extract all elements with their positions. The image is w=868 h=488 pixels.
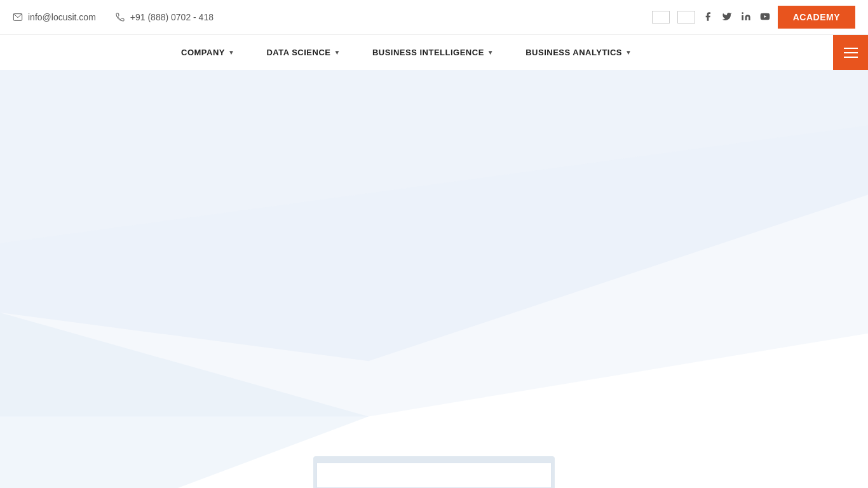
nav-item-business-intelligence[interactable]: BUSINESS INTELLIGENCE ▼ — [356, 35, 510, 70]
ba-chevron-icon: ▼ — [625, 49, 632, 56]
nav-data-science-label: DATA SCIENCE — [266, 48, 330, 57]
hamburger-line-2 — [844, 52, 858, 53]
email-text: info@locusit.com — [28, 12, 96, 22]
bottom-card-inner — [316, 463, 552, 488]
hamburger-line-1 — [844, 48, 858, 49]
email-icon — [13, 12, 23, 22]
linkedin-icon[interactable] — [741, 11, 751, 24]
lang-btn-2[interactable] — [677, 11, 695, 24]
hamburger-line-3 — [844, 57, 858, 58]
top-bar: info@locusit.com +91 (888) 0702 - 418 — [0, 0, 868, 35]
hero-section — [0, 70, 868, 488]
email-contact: info@locusit.com — [13, 12, 96, 22]
bottom-card — [313, 456, 555, 488]
nav-item-business-analytics[interactable]: BUSINESS ANALYTICS ▼ — [510, 35, 648, 70]
nav-item-company[interactable]: COMPANY ▼ — [165, 35, 250, 70]
navbar: COMPANY ▼ DATA SCIENCE ▼ BUSINESS INTELL… — [0, 35, 868, 70]
academy-button[interactable]: ACADEMY — [778, 6, 855, 29]
data-science-chevron-icon: ▼ — [334, 49, 341, 56]
bi-chevron-icon: ▼ — [487, 49, 494, 56]
nav-ba-label: BUSINESS ANALYTICS — [526, 48, 622, 57]
lang-btn-1[interactable] — [652, 11, 670, 24]
twitter-icon[interactable] — [722, 11, 732, 24]
nav-item-data-science[interactable]: DATA SCIENCE ▼ — [250, 35, 356, 70]
phone-icon — [115, 12, 125, 22]
hamburger-button[interactable] — [833, 35, 868, 70]
nav-links: COMPANY ▼ DATA SCIENCE ▼ BUSINESS INTELL… — [165, 35, 648, 70]
nav-company-label: COMPANY — [181, 48, 225, 57]
svg-point-1 — [742, 12, 743, 14]
company-chevron-icon: ▼ — [228, 49, 234, 56]
top-bar-right: ACADEMY — [652, 6, 855, 29]
diagonal-background — [0, 70, 868, 488]
facebook-icon[interactable] — [703, 11, 713, 24]
social-icons — [703, 11, 770, 24]
youtube-icon[interactable] — [760, 11, 770, 24]
nav-bi-label: BUSINESS INTELLIGENCE — [372, 48, 484, 57]
top-bar-left: info@locusit.com +91 (888) 0702 - 418 — [13, 12, 214, 22]
phone-contact: +91 (888) 0702 - 418 — [115, 12, 214, 22]
phone-text: +91 (888) 0702 - 418 — [130, 12, 214, 22]
